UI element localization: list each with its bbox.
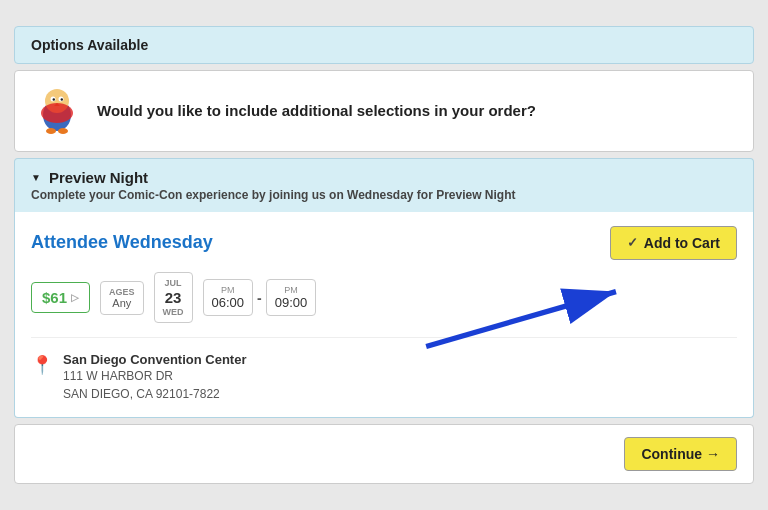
time-separator: -: [257, 290, 262, 306]
ticket-card: Attendee Wednesday ✓ Add to Cart $61 ▷: [14, 212, 754, 419]
time-end-value: 09:00: [275, 295, 308, 310]
svg-point-8: [46, 128, 56, 134]
date-month: JUL: [163, 278, 184, 289]
options-header: Options Available: [14, 26, 754, 64]
date-box: JUL 23 WED: [154, 272, 193, 324]
date-weekday: WED: [163, 307, 184, 318]
time-end-box: PM 09:00: [266, 279, 317, 316]
add-to-cart-button[interactable]: ✓ Add to Cart: [610, 226, 737, 260]
question-section: Would you like to include additional sel…: [14, 70, 754, 152]
venue-address-line1: 111 W HARBOR DR: [63, 369, 173, 383]
venue-info: San Diego Convention Center 111 W HARBOR…: [63, 352, 246, 403]
svg-point-9: [58, 128, 68, 134]
price-arrow-icon: ▷: [71, 292, 79, 303]
options-header-label: Options Available: [31, 37, 148, 53]
attendee-row: Attendee Wednesday ✓ Add to Cart: [31, 226, 737, 260]
time-end-ampm: PM: [275, 285, 308, 295]
ticket-info-row: $61 ▷ AGES Any JUL 23 WED PM: [31, 272, 737, 339]
time-start-ampm: PM: [212, 285, 245, 295]
add-to-cart-area: ✓ Add to Cart: [610, 226, 737, 260]
price-value: $61: [42, 289, 67, 306]
price-box: $61 ▷: [31, 282, 90, 313]
mascot-icon: [31, 85, 83, 137]
section-desc: Complete your Comic-Con experience by jo…: [31, 188, 737, 202]
venue-row: 📍 San Diego Convention Center 111 W HARB…: [31, 352, 737, 403]
date-day: 23: [163, 289, 184, 307]
chevron-down-icon: ▼: [31, 172, 41, 183]
time-start-value: 06:00: [212, 295, 245, 310]
preview-night-section: ▼ Preview Night Complete your Comic-Con …: [14, 158, 754, 419]
ages-box: AGES Any: [100, 281, 144, 315]
time-box: PM 06:00 - PM 09:00: [203, 279, 317, 316]
svg-point-7: [41, 103, 73, 123]
question-text: Would you like to include additional sel…: [97, 102, 536, 119]
section-title: ▼ Preview Night: [31, 169, 737, 186]
svg-point-4: [53, 98, 55, 100]
venue-address-line2: SAN DIEGO, CA 92101-7822: [63, 387, 220, 401]
continue-row: Continue →: [14, 424, 754, 484]
ages-label: AGES: [109, 287, 135, 297]
location-pin-icon: 📍: [31, 354, 53, 376]
attendee-title: Attendee Wednesday: [31, 232, 213, 253]
venue-name: San Diego Convention Center: [63, 352, 246, 367]
continue-button[interactable]: Continue →: [624, 437, 737, 471]
checkmark-icon: ✓: [627, 235, 638, 250]
time-start-box: PM 06:00: [203, 279, 254, 316]
ages-value: Any: [109, 297, 135, 309]
svg-point-5: [61, 98, 63, 100]
venue-address: 111 W HARBOR DR SAN DIEGO, CA 92101-7822: [63, 367, 246, 403]
preview-night-header: ▼ Preview Night Complete your Comic-Con …: [14, 158, 754, 212]
